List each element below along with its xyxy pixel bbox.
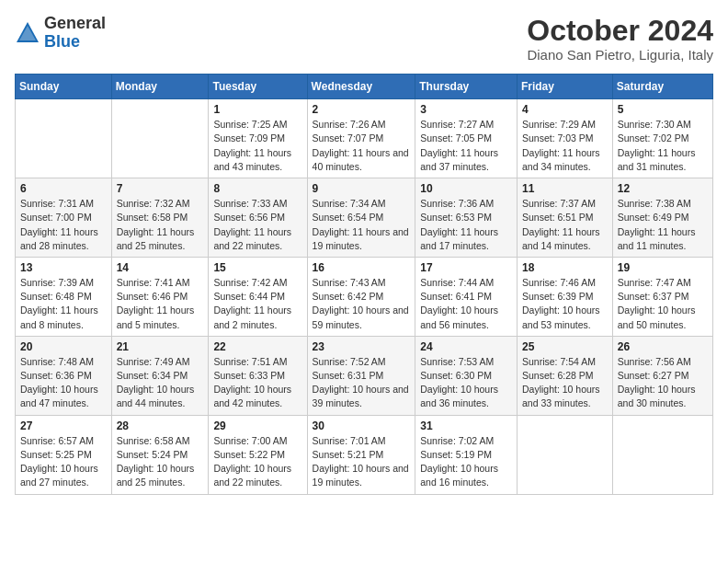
calendar-cell: 21Sunrise: 7:49 AM Sunset: 6:34 PM Dayli…	[111, 336, 209, 415]
day-of-week-header: Saturday	[612, 75, 712, 99]
day-number: 22	[213, 340, 302, 353]
calendar-cell: 20Sunrise: 7:48 AM Sunset: 6:36 PM Dayli…	[16, 336, 112, 415]
calendar-table: SundayMondayTuesdayWednesdayThursdayFrid…	[15, 74, 713, 494]
logo: General Blue	[15, 15, 106, 52]
day-info: Sunrise: 7:30 AM Sunset: 7:02 PM Dayligh…	[618, 118, 709, 174]
day-number: 26	[618, 340, 709, 353]
calendar-cell	[16, 99, 112, 178]
calendar-cell: 12Sunrise: 7:38 AM Sunset: 6:49 PM Dayli…	[612, 178, 712, 258]
calendar-cell: 27Sunrise: 6:57 AM Sunset: 5:25 PM Dayli…	[16, 415, 112, 494]
day-info: Sunrise: 7:33 AM Sunset: 6:56 PM Dayligh…	[213, 197, 302, 253]
day-info: Sunrise: 7:44 AM Sunset: 6:41 PM Dayligh…	[420, 276, 513, 332]
day-number: 12	[618, 182, 709, 195]
day-of-week-header: Thursday	[415, 75, 518, 99]
calendar-cell: 7Sunrise: 7:32 AM Sunset: 6:58 PM Daylig…	[111, 178, 209, 258]
calendar-week-row: 6Sunrise: 7:31 AM Sunset: 7:00 PM Daylig…	[16, 178, 713, 258]
day-info: Sunrise: 7:29 AM Sunset: 7:03 PM Dayligh…	[522, 118, 609, 174]
day-number: 15	[213, 261, 302, 274]
calendar-cell: 16Sunrise: 7:43 AM Sunset: 6:42 PM Dayli…	[307, 257, 415, 336]
day-number: 8	[213, 182, 302, 195]
calendar-cell: 8Sunrise: 7:33 AM Sunset: 6:56 PM Daylig…	[209, 178, 307, 258]
day-of-week-header: Sunday	[16, 75, 112, 99]
calendar-week-row: 1Sunrise: 7:25 AM Sunset: 7:09 PM Daylig…	[16, 99, 713, 178]
calendar-week-row: 13Sunrise: 7:39 AM Sunset: 6:48 PM Dayli…	[16, 257, 713, 336]
day-info: Sunrise: 7:56 AM Sunset: 6:27 PM Dayligh…	[618, 355, 709, 411]
day-of-week-header: Monday	[111, 75, 209, 99]
calendar-cell: 18Sunrise: 7:46 AM Sunset: 6:39 PM Dayli…	[517, 257, 612, 336]
day-number: 13	[20, 261, 108, 274]
day-info: Sunrise: 7:38 AM Sunset: 6:49 PM Dayligh…	[618, 197, 709, 253]
day-info: Sunrise: 7:48 AM Sunset: 6:36 PM Dayligh…	[20, 355, 108, 411]
calendar-cell: 1Sunrise: 7:25 AM Sunset: 7:09 PM Daylig…	[209, 99, 307, 178]
day-number: 25	[522, 340, 609, 353]
day-info: Sunrise: 7:46 AM Sunset: 6:39 PM Dayligh…	[522, 276, 609, 332]
calendar-header-row: SundayMondayTuesdayWednesdayThursdayFrid…	[16, 75, 713, 99]
day-number: 3	[420, 103, 513, 116]
day-info: Sunrise: 7:51 AM Sunset: 6:33 PM Dayligh…	[213, 355, 302, 411]
day-info: Sunrise: 7:54 AM Sunset: 6:28 PM Dayligh…	[522, 355, 609, 411]
day-number: 1	[213, 103, 302, 116]
calendar-cell: 13Sunrise: 7:39 AM Sunset: 6:48 PM Dayli…	[16, 257, 112, 336]
calendar-cell: 6Sunrise: 7:31 AM Sunset: 7:00 PM Daylig…	[16, 178, 112, 258]
calendar-cell	[111, 99, 209, 178]
day-number: 27	[20, 419, 108, 432]
logo-blue: Blue	[44, 32, 80, 51]
calendar-cell: 25Sunrise: 7:54 AM Sunset: 6:28 PM Dayli…	[517, 336, 612, 415]
day-info: Sunrise: 7:36 AM Sunset: 6:53 PM Dayligh…	[420, 197, 513, 253]
day-info: Sunrise: 7:25 AM Sunset: 7:09 PM Dayligh…	[213, 118, 302, 174]
calendar-cell: 11Sunrise: 7:37 AM Sunset: 6:51 PM Dayli…	[517, 178, 612, 258]
day-number: 4	[522, 103, 609, 116]
day-of-week-header: Friday	[517, 75, 612, 99]
calendar-cell: 4Sunrise: 7:29 AM Sunset: 7:03 PM Daylig…	[517, 99, 612, 178]
calendar-cell: 10Sunrise: 7:36 AM Sunset: 6:53 PM Dayli…	[415, 178, 518, 258]
day-info: Sunrise: 7:41 AM Sunset: 6:46 PM Dayligh…	[117, 276, 205, 332]
calendar-cell: 29Sunrise: 7:00 AM Sunset: 5:22 PM Dayli…	[209, 415, 307, 494]
calendar-cell	[517, 415, 612, 494]
day-info: Sunrise: 7:37 AM Sunset: 6:51 PM Dayligh…	[522, 197, 609, 253]
day-info: Sunrise: 6:58 AM Sunset: 5:24 PM Dayligh…	[117, 434, 205, 490]
page-header: General Blue October 2024 Diano San Piet…	[15, 15, 713, 63]
month-year: October 2024	[527, 15, 713, 47]
day-number: 9	[313, 182, 412, 195]
day-of-week-header: Tuesday	[209, 75, 307, 99]
day-info: Sunrise: 6:57 AM Sunset: 5:25 PM Dayligh…	[20, 434, 108, 490]
calendar-week-row: 20Sunrise: 7:48 AM Sunset: 6:36 PM Dayli…	[16, 336, 713, 415]
day-number: 2	[313, 103, 412, 116]
calendar-cell: 19Sunrise: 7:47 AM Sunset: 6:37 PM Dayli…	[612, 257, 712, 336]
calendar-cell: 14Sunrise: 7:41 AM Sunset: 6:46 PM Dayli…	[111, 257, 209, 336]
calendar-cell: 24Sunrise: 7:53 AM Sunset: 6:30 PM Dayli…	[415, 336, 518, 415]
day-number: 7	[117, 182, 205, 195]
calendar-week-row: 27Sunrise: 6:57 AM Sunset: 5:25 PM Dayli…	[16, 415, 713, 494]
calendar-cell	[612, 415, 712, 494]
day-number: 21	[117, 340, 205, 353]
day-number: 5	[618, 103, 709, 116]
day-number: 23	[313, 340, 412, 353]
calendar-cell: 2Sunrise: 7:26 AM Sunset: 7:07 PM Daylig…	[307, 99, 415, 178]
calendar-cell: 23Sunrise: 7:52 AM Sunset: 6:31 PM Dayli…	[307, 336, 415, 415]
calendar-cell: 30Sunrise: 7:01 AM Sunset: 5:21 PM Dayli…	[307, 415, 415, 494]
calendar-cell: 5Sunrise: 7:30 AM Sunset: 7:02 PM Daylig…	[612, 99, 712, 178]
day-number: 29	[213, 419, 302, 432]
day-number: 16	[313, 261, 412, 274]
day-info: Sunrise: 7:02 AM Sunset: 5:19 PM Dayligh…	[420, 434, 513, 490]
day-number: 28	[117, 419, 205, 432]
day-info: Sunrise: 7:42 AM Sunset: 6:44 PM Dayligh…	[213, 276, 302, 332]
title-block: October 2024 Diano San Pietro, Liguria, …	[527, 15, 713, 63]
day-info: Sunrise: 7:32 AM Sunset: 6:58 PM Dayligh…	[117, 197, 205, 253]
calendar-cell: 15Sunrise: 7:42 AM Sunset: 6:44 PM Dayli…	[209, 257, 307, 336]
day-info: Sunrise: 7:31 AM Sunset: 7:00 PM Dayligh…	[20, 197, 108, 253]
calendar-cell: 3Sunrise: 7:27 AM Sunset: 7:05 PM Daylig…	[415, 99, 518, 178]
calendar-cell: 9Sunrise: 7:34 AM Sunset: 6:54 PM Daylig…	[307, 178, 415, 258]
calendar-cell: 22Sunrise: 7:51 AM Sunset: 6:33 PM Dayli…	[209, 336, 307, 415]
day-number: 6	[20, 182, 108, 195]
day-info: Sunrise: 7:49 AM Sunset: 6:34 PM Dayligh…	[117, 355, 205, 411]
day-number: 19	[618, 261, 709, 274]
day-number: 31	[420, 419, 513, 432]
day-of-week-header: Wednesday	[307, 75, 415, 99]
day-info: Sunrise: 7:26 AM Sunset: 7:07 PM Dayligh…	[313, 118, 412, 174]
day-info: Sunrise: 7:00 AM Sunset: 5:22 PM Dayligh…	[213, 434, 302, 490]
day-number: 11	[522, 182, 609, 195]
day-number: 10	[420, 182, 513, 195]
day-info: Sunrise: 7:27 AM Sunset: 7:05 PM Dayligh…	[420, 118, 513, 174]
logo-general: General	[44, 14, 106, 32]
